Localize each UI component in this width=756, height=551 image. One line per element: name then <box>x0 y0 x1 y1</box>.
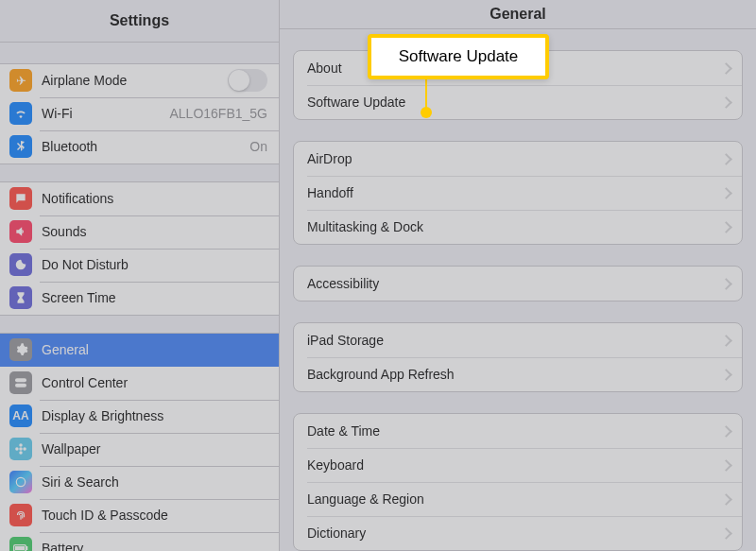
moon-icon <box>9 253 32 276</box>
bluetooth-detail: On <box>249 139 267 154</box>
sidebar-item-airplane[interactable]: ✈︎ Airplane Mode <box>0 64 279 97</box>
item-label: Multitasking & Dock <box>307 219 723 234</box>
wifi-icon <box>9 102 32 125</box>
sidebar-item-bluetooth[interactable]: Bluetooth On <box>0 130 279 164</box>
sidebar-item-sounds[interactable]: Sounds <box>0 215 279 249</box>
sidebar-item-label: Control Center <box>42 375 267 390</box>
battery-icon <box>9 537 32 551</box>
general-group-datetime: Date & Time Keyboard Language & Region D… <box>293 413 743 551</box>
item-label: Date & Time <box>307 423 723 439</box>
sidebar-item-dnd[interactable]: Do Not Disturb <box>0 249 279 282</box>
sidebar-item-notifications[interactable]: Notifications <box>0 182 279 215</box>
sidebar-groups: ✈︎ Airplane Mode Wi-Fi ALLO16FB1_5G Blue… <box>0 43 279 551</box>
sidebar-item-label: Wallpaper <box>42 441 267 456</box>
item-label: AirDrop <box>307 151 723 166</box>
general-group-accessibility: Accessibility <box>293 266 743 301</box>
toggle-icon <box>9 371 32 394</box>
sidebar-item-wifi[interactable]: Wi-Fi ALLO16FB1_5G <box>0 97 279 130</box>
general-item-bgrefresh[interactable]: Background App Refresh <box>294 357 742 391</box>
chevron-right-icon <box>723 278 730 289</box>
general-item-dictionary[interactable]: Dictionary <box>294 516 742 550</box>
item-label: Language & Region <box>307 491 723 507</box>
svg-rect-0 <box>15 379 26 383</box>
sidebar-group-connectivity: ✈︎ Airplane Mode Wi-Fi ALLO16FB1_5G Blue… <box>0 63 279 164</box>
item-label: Keyboard <box>307 457 723 473</box>
svg-rect-9 <box>26 546 27 550</box>
general-item-accessibility[interactable]: Accessibility <box>294 267 742 301</box>
sidebar-item-general[interactable]: General <box>0 334 279 367</box>
sidebar-item-control-center[interactable]: Control Center <box>0 367 279 400</box>
sidebar-item-battery[interactable]: Battery <box>0 532 279 551</box>
sidebar-item-label: Airplane Mode <box>42 73 228 88</box>
sidebar-title: Settings <box>0 0 279 43</box>
sidebar-item-touchid[interactable]: Touch ID & Passcode <box>0 499 279 532</box>
chevron-right-icon <box>723 527 730 539</box>
chevron-right-icon <box>723 335 730 346</box>
chevron-right-icon <box>723 62 730 74</box>
sidebar-item-label: General <box>42 342 267 357</box>
chevron-right-icon <box>723 153 730 164</box>
svg-point-6 <box>23 447 26 451</box>
airplane-toggle[interactable] <box>228 69 267 92</box>
sidebar-group-general: General Control Center AA Display & Brig… <box>0 333 279 551</box>
general-item-datetime[interactable]: Date & Time <box>294 414 742 448</box>
general-item-keyboard[interactable]: Keyboard <box>294 448 742 482</box>
main-panel: General About Software Update AirDrop <box>280 0 756 551</box>
sidebar-item-label: Notifications <box>42 191 267 206</box>
notifications-icon <box>9 187 32 210</box>
sidebar-item-label: Sounds <box>42 224 267 239</box>
sidebar-item-label: Do Not Disturb <box>42 257 267 272</box>
sidebar-item-label: Siri & Search <box>42 474 267 490</box>
general-item-langregion[interactable]: Language & Region <box>294 482 742 516</box>
gear-icon <box>9 338 32 361</box>
flower-icon <box>9 438 32 460</box>
sidebar-item-label: Bluetooth <box>42 139 244 154</box>
callout-target-dot <box>421 107 432 118</box>
chevron-right-icon <box>723 221 730 232</box>
item-label: Background App Refresh <box>307 367 723 382</box>
siri-icon <box>9 471 32 493</box>
settings-window: Settings ✈︎ Airplane Mode Wi-Fi ALLO16FB… <box>0 0 756 551</box>
svg-rect-10 <box>15 546 25 550</box>
svg-point-3 <box>19 443 23 447</box>
callout-label: Software Update <box>399 47 519 66</box>
sidebar-item-label: Screen Time <box>42 290 267 305</box>
general-item-airdrop[interactable]: AirDrop <box>294 142 742 176</box>
sounds-icon <box>9 220 32 243</box>
general-group-storage: iPad Storage Background App Refresh <box>293 322 743 392</box>
sidebar-item-label: Touch ID & Passcode <box>42 508 267 523</box>
sidebar-item-display[interactable]: AA Display & Brightness <box>0 400 279 433</box>
chevron-right-icon <box>723 459 730 471</box>
hourglass-icon <box>9 286 32 309</box>
svg-point-4 <box>19 452 23 456</box>
main-content: About Software Update AirDrop Handoff <box>280 29 756 551</box>
item-label: Software Update <box>307 95 723 110</box>
item-label: Dictionary <box>307 525 723 541</box>
item-label: iPad Storage <box>307 333 723 348</box>
sidebar-item-wallpaper[interactable]: Wallpaper <box>0 433 279 466</box>
svg-rect-1 <box>15 384 26 387</box>
chevron-right-icon <box>723 96 730 108</box>
wifi-detail: ALLO16FB1_5G <box>169 106 267 121</box>
general-item-multitasking[interactable]: Multitasking & Dock <box>294 210 742 244</box>
general-item-storage[interactable]: iPad Storage <box>294 323 742 357</box>
fingerprint-icon <box>9 504 32 526</box>
sidebar: Settings ✈︎ Airplane Mode Wi-Fi ALLO16FB… <box>0 0 280 551</box>
item-label: Handoff <box>307 185 723 200</box>
sidebar-item-siri[interactable]: Siri & Search <box>0 466 279 499</box>
chevron-right-icon <box>723 425 730 437</box>
general-group-airdrop: AirDrop Handoff Multitasking & Dock <box>293 141 743 245</box>
callout-bubble: Software Update <box>368 34 549 79</box>
airplane-icon: ✈︎ <box>9 69 32 92</box>
sidebar-item-screentime[interactable]: Screen Time <box>0 282 279 315</box>
main-title: General <box>280 0 756 29</box>
sidebar-item-label: Battery <box>42 541 267 551</box>
bluetooth-icon <box>9 135 32 158</box>
chevron-right-icon <box>723 493 730 505</box>
general-item-handoff[interactable]: Handoff <box>294 176 742 210</box>
sidebar-item-label: Display & Brightness <box>42 408 267 423</box>
display-icon: AA <box>9 405 32 427</box>
chevron-right-icon <box>723 187 730 198</box>
svg-point-5 <box>15 447 19 451</box>
general-item-software-update[interactable]: Software Update <box>294 85 742 119</box>
